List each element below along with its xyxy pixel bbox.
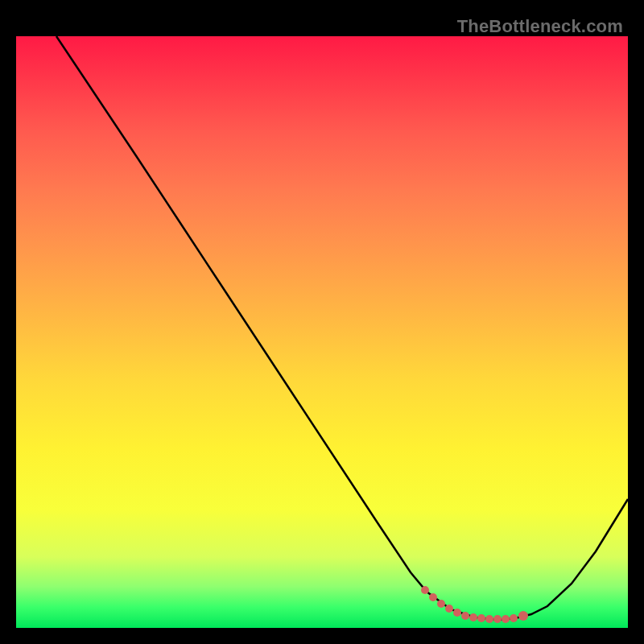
marker-dot bbox=[437, 600, 445, 608]
marker-dot bbox=[510, 614, 518, 622]
marker-dot bbox=[485, 615, 493, 623]
bottleneck-curve bbox=[56, 36, 628, 620]
marker-dot bbox=[461, 612, 469, 620]
marker-dot bbox=[453, 609, 461, 617]
marker-dot bbox=[421, 586, 429, 594]
marker-dot bbox=[469, 613, 477, 621]
marker-dot bbox=[502, 615, 510, 623]
marker-dot bbox=[477, 614, 485, 622]
marker-dot bbox=[493, 615, 502, 623]
watermark-text: TheBottleneck.com bbox=[457, 16, 623, 37]
marker-dot bbox=[429, 593, 437, 601]
chart-frame: TheBottleneck.com bbox=[16, 16, 628, 628]
marker-group bbox=[421, 586, 528, 623]
plot-area bbox=[16, 36, 628, 628]
curve-svg bbox=[16, 36, 628, 628]
marker-dot bbox=[445, 605, 453, 613]
marker-dot bbox=[518, 611, 528, 621]
